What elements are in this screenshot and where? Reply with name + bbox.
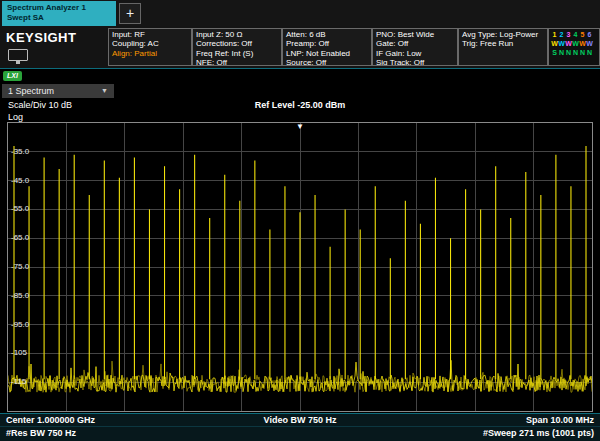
- trace-mode: W: [551, 39, 558, 48]
- ref-level-label[interactable]: Ref Level -25.00 dBm: [0, 100, 600, 110]
- settings-panel[interactable]: Atten: 6 dBPreamp: OffLNP: Not EnabledSo…: [282, 28, 372, 66]
- keysight-logo: KEYSIGHT: [6, 30, 102, 45]
- settings-item: NFE: Off: [196, 58, 278, 66]
- trace-status-column: 6WN: [586, 30, 593, 57]
- settings-item: Trig: Free Run: [462, 39, 544, 48]
- trace-detector: N: [558, 48, 565, 57]
- settings-item: Source: Off: [286, 58, 368, 66]
- trace-number: 5: [579, 30, 586, 39]
- trace-detector: N: [579, 48, 586, 57]
- display-icon: [8, 49, 28, 61]
- spectrum-graph[interactable]: -35.0-45.0-55.0-65.0-75.0-85.0-95.0-105-…: [7, 122, 593, 412]
- settings-strip: KEYSIGHT Input: RFCoupling: ACAlign: Par…: [0, 26, 600, 69]
- settings-item: Align: Partial: [112, 49, 188, 58]
- y-axis-label: -45.0: [11, 176, 29, 185]
- trace-mode: W: [565, 39, 572, 48]
- trace-number: 1: [551, 30, 558, 39]
- trace-status-column: 4WN: [572, 30, 579, 57]
- settings-item: PNO: Best Wide: [376, 30, 454, 39]
- brand-block: KEYSIGHT: [0, 26, 108, 68]
- trace-detector: S: [551, 48, 558, 57]
- trace-detector: N: [565, 48, 572, 57]
- y-axis-label: -95.0: [11, 320, 29, 329]
- trace-number: 3: [565, 30, 572, 39]
- y-axis-label: -85.0: [11, 291, 29, 300]
- lxi-badge: LXI: [3, 71, 22, 81]
- settings-panel[interactable]: Input: RFCoupling: ACAlign: Partial: [108, 28, 192, 66]
- settings-item: Gate: Off: [376, 39, 454, 48]
- trace-status-column: 3WN: [565, 30, 572, 57]
- settings-item: Avg Type: Log-Power: [462, 30, 544, 39]
- y-axis-label: -105: [11, 348, 27, 357]
- settings-item: LNP: Not Enabled: [286, 49, 368, 58]
- trace-number: 6: [586, 30, 593, 39]
- new-tab-button[interactable]: +: [119, 3, 141, 24]
- trace-mode: W: [558, 39, 565, 48]
- settings-panel[interactable]: Input Z: 50 ΩCorrections: OffFreq Ref: I…: [192, 28, 282, 66]
- axis-type-label: Log: [8, 112, 23, 122]
- y-axis-label: -55.0: [11, 204, 29, 213]
- settings-panels: Input: RFCoupling: ACAlign: PartialInput…: [108, 26, 548, 68]
- settings-item: IF Gain: Low: [376, 49, 454, 58]
- settings-item: Atten: 6 dB: [286, 30, 368, 39]
- measurement-selector-label: 1 Spectrum: [8, 84, 54, 98]
- chevron-down-icon: ▼: [101, 84, 108, 98]
- spectrum-trace: [8, 123, 592, 411]
- settings-panel[interactable]: PNO: Best WideGate: OffIF Gain: LowSig T…: [372, 28, 458, 66]
- footer-row-2: #Res BW 750 Hz #Sweep 271 ms (1001 pts): [0, 427, 600, 441]
- tab-subtitle: Swept SA: [7, 13, 111, 23]
- trace-status-column: 2WN: [558, 30, 565, 57]
- trace-status-column: 5WN: [579, 30, 586, 57]
- settings-item: Input Z: 50 Ω: [196, 30, 278, 39]
- trace-status-column: 1WS: [551, 30, 558, 57]
- tab-swept-sa[interactable]: Spectrum Analyzer 1 Swept SA: [2, 1, 116, 26]
- measurement-selector[interactable]: 1 Spectrum ▼: [2, 84, 114, 98]
- settings-item: Sig Track: Off: [376, 58, 454, 66]
- trace-mode: W: [586, 39, 593, 48]
- settings-item: Freq Ref: Int (S): [196, 49, 278, 58]
- settings-item: Input: RF: [112, 30, 188, 39]
- trace-status[interactable]: 1WS2WN3WN4WN5WN6WN: [548, 28, 600, 66]
- settings-item: Coupling: AC: [112, 39, 188, 48]
- trace-detector: N: [572, 48, 579, 57]
- sweep-label[interactable]: #Sweep 271 ms (1001 pts): [483, 427, 594, 440]
- trace-number: 4: [572, 30, 579, 39]
- settings-item: Preamp: Off: [286, 39, 368, 48]
- trace-mode: W: [572, 39, 579, 48]
- video-bw-label[interactable]: Video BW 750 Hz: [0, 414, 600, 427]
- tab-title: Spectrum Analyzer 1: [7, 3, 111, 13]
- tab-bar: Spectrum Analyzer 1 Swept SA +: [0, 0, 600, 26]
- footer-row-1: Center 1.000000 GHz Video BW 750 Hz Span…: [0, 413, 600, 427]
- plus-icon: +: [126, 5, 134, 21]
- settings-panel[interactable]: Avg Type: Log-PowerTrig: Free Run: [458, 28, 548, 66]
- spectrum-analyzer-app: Spectrum Analyzer 1 Swept SA + KEYSIGHT …: [0, 0, 600, 441]
- scale-ref-row: Scale/Div 10 dB Ref Level -25.00 dBm: [0, 100, 600, 112]
- trace-mode: W: [579, 39, 586, 48]
- y-axis-label: -65.0: [11, 233, 29, 242]
- trace-detector: N: [586, 48, 593, 57]
- trace-number: 2: [558, 30, 565, 39]
- res-bw-label[interactable]: #Res BW 750 Hz: [6, 427, 76, 440]
- y-axis-label: -115: [11, 377, 26, 386]
- span-label[interactable]: Span 10.00 MHz: [526, 414, 594, 427]
- center-marker-icon: ▼: [296, 122, 304, 131]
- y-axis-label: -35.0: [11, 147, 29, 156]
- settings-item: Corrections: Off: [196, 39, 278, 48]
- y-axis-label: -75.0: [11, 262, 29, 271]
